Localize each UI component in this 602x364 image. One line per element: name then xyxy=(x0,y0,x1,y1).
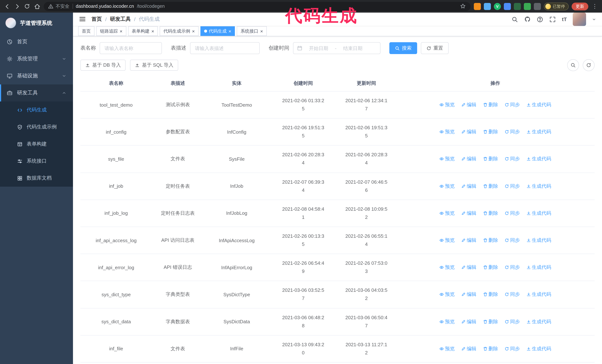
sidebar-item-system[interactable]: 系统管理 xyxy=(0,50,73,67)
sync-link[interactable]: 同步 xyxy=(505,102,520,108)
sidebar-item-infra[interactable]: 基础设施 xyxy=(0,67,73,84)
preview-link[interactable]: 预览 xyxy=(440,237,455,244)
close-icon[interactable]: × xyxy=(151,29,154,33)
preview-link[interactable]: 预览 xyxy=(440,318,455,325)
close-icon[interactable]: × xyxy=(229,29,231,33)
edit-link[interactable]: 编辑 xyxy=(461,129,476,135)
generate-code-link[interactable]: 生成代码 xyxy=(527,345,551,352)
table-name-input[interactable] xyxy=(100,42,162,54)
end-date-input[interactable] xyxy=(339,45,367,51)
edit-link[interactable]: 编辑 xyxy=(461,291,476,298)
generate-code-link[interactable]: 生成代码 xyxy=(527,291,551,298)
sync-link[interactable]: 同步 xyxy=(505,345,520,352)
reload-icon[interactable] xyxy=(24,3,30,10)
preview-link[interactable]: 预览 xyxy=(440,129,455,135)
edit-link[interactable]: 编辑 xyxy=(461,264,476,271)
extension-icon-5[interactable] xyxy=(514,3,521,10)
edit-link[interactable]: 编辑 xyxy=(461,345,476,352)
browser-menu-icon[interactable]: ⋮ xyxy=(591,3,598,10)
delete-link[interactable]: 删除 xyxy=(483,183,498,189)
delete-link[interactable]: 删除 xyxy=(483,345,498,352)
toggle-search-button[interactable] xyxy=(567,59,579,71)
delete-link[interactable]: 删除 xyxy=(483,210,498,217)
search-button[interactable]: 搜索 xyxy=(389,42,417,54)
search-icon[interactable] xyxy=(512,16,518,23)
app-logo[interactable]: 芋道管理系统 xyxy=(0,13,73,33)
sidebar-item-form-builder[interactable]: 表单构建 xyxy=(0,135,73,153)
start-date-input[interactable] xyxy=(304,45,333,51)
breadcrumb-home[interactable]: 首页 xyxy=(92,16,102,23)
edit-link[interactable]: 编辑 xyxy=(461,318,476,325)
date-range-picker[interactable]: - xyxy=(293,42,380,54)
tab-codegen-example[interactable]: 代码生成示例× xyxy=(160,26,198,36)
generate-code-link[interactable]: 生成代码 xyxy=(527,102,551,108)
sidebar-item-system-api[interactable]: 系统接口 xyxy=(0,153,73,170)
delete-link[interactable]: 删除 xyxy=(483,102,498,108)
security-chip[interactable]: 不安全 xyxy=(48,3,69,10)
font-size-icon[interactable]: tT xyxy=(562,16,567,22)
tab-system-api[interactable]: 系统接口× xyxy=(237,26,267,36)
hamburger-icon[interactable] xyxy=(79,16,86,23)
table-desc-input[interactable] xyxy=(190,42,260,54)
sidebar-item-codegen-example[interactable]: 代码生成示例 xyxy=(0,118,73,135)
back-icon[interactable] xyxy=(4,3,10,10)
preview-link[interactable]: 预览 xyxy=(440,102,455,108)
import-sql-button[interactable]: 基于 SQL 导入 xyxy=(130,60,178,71)
breadcrumb-devtools[interactable]: 研发工具 xyxy=(110,16,131,23)
extension-icon-4[interactable] xyxy=(504,3,511,10)
delete-link[interactable]: 删除 xyxy=(483,156,498,162)
extension-icon-6[interactable] xyxy=(524,3,531,10)
edit-link[interactable]: 编辑 xyxy=(461,210,476,217)
extension-icon-2[interactable] xyxy=(484,3,491,10)
user-avatar[interactable] xyxy=(573,13,586,26)
sync-link[interactable]: 同步 xyxy=(505,129,520,135)
generate-code-link[interactable]: 生成代码 xyxy=(527,237,551,244)
address-bar[interactable]: 不安全 dashboard.yudao.iocoder.cn/tool/code… xyxy=(44,2,471,11)
edit-link[interactable]: 编辑 xyxy=(461,102,476,108)
edit-link[interactable]: 编辑 xyxy=(461,156,476,162)
refresh-table-button[interactable] xyxy=(583,59,595,71)
browser-update-button[interactable]: 更新 xyxy=(572,2,588,10)
profile-paused-badge[interactable]: 已暂停 xyxy=(544,2,569,10)
generate-code-link[interactable]: 生成代码 xyxy=(527,210,551,217)
sidebar-item-db-doc[interactable]: 数据库文档 xyxy=(0,170,73,187)
sync-link[interactable]: 同步 xyxy=(505,264,520,271)
generate-code-link[interactable]: 生成代码 xyxy=(527,156,551,162)
generate-code-link[interactable]: 生成代码 xyxy=(527,264,551,271)
tab-codegen[interactable]: 代码生成× xyxy=(200,26,235,36)
delete-link[interactable]: 删除 xyxy=(483,129,498,135)
delete-link[interactable]: 删除 xyxy=(483,237,498,244)
edit-link[interactable]: 编辑 xyxy=(461,237,476,244)
reset-button[interactable]: 重置 xyxy=(421,42,449,54)
preview-link[interactable]: 预览 xyxy=(440,345,455,352)
sidebar-item-codegen[interactable]: 代码生成 xyxy=(0,102,73,118)
fullscreen-icon[interactable] xyxy=(549,16,556,23)
sync-link[interactable]: 同步 xyxy=(505,210,520,217)
home-icon[interactable] xyxy=(34,3,40,10)
sidebar-item-home[interactable]: 首页 xyxy=(0,33,73,50)
generate-code-link[interactable]: 生成代码 xyxy=(527,129,551,135)
preview-link[interactable]: 预览 xyxy=(440,183,455,189)
sync-link[interactable]: 同步 xyxy=(505,156,520,162)
sync-link[interactable]: 同步 xyxy=(505,237,520,244)
import-db-button[interactable]: 基于 DB 导入 xyxy=(80,60,126,71)
delete-link[interactable]: 删除 xyxy=(483,264,498,271)
tab-form-builder[interactable]: 表单构建× xyxy=(128,26,158,36)
generate-code-link[interactable]: 生成代码 xyxy=(527,183,551,189)
forward-icon[interactable] xyxy=(14,3,20,10)
tab-home[interactable]: 首页 xyxy=(78,26,95,36)
sync-link[interactable]: 同步 xyxy=(505,318,520,325)
extension-icon-1[interactable] xyxy=(474,3,481,10)
preview-link[interactable]: 预览 xyxy=(440,156,455,162)
close-icon[interactable]: × xyxy=(120,29,122,33)
tab-trace[interactable]: 链路追踪× xyxy=(96,26,126,36)
preview-link[interactable]: 预览 xyxy=(440,210,455,217)
delete-link[interactable]: 删除 xyxy=(483,318,498,325)
delete-link[interactable]: 删除 xyxy=(483,291,498,298)
bookmark-star-icon[interactable] xyxy=(460,3,466,9)
help-icon[interactable] xyxy=(537,16,543,23)
sync-link[interactable]: 同步 xyxy=(505,183,520,189)
close-icon[interactable]: × xyxy=(192,29,195,33)
github-icon[interactable] xyxy=(524,16,531,23)
user-menu-caret-icon[interactable] xyxy=(592,17,596,21)
